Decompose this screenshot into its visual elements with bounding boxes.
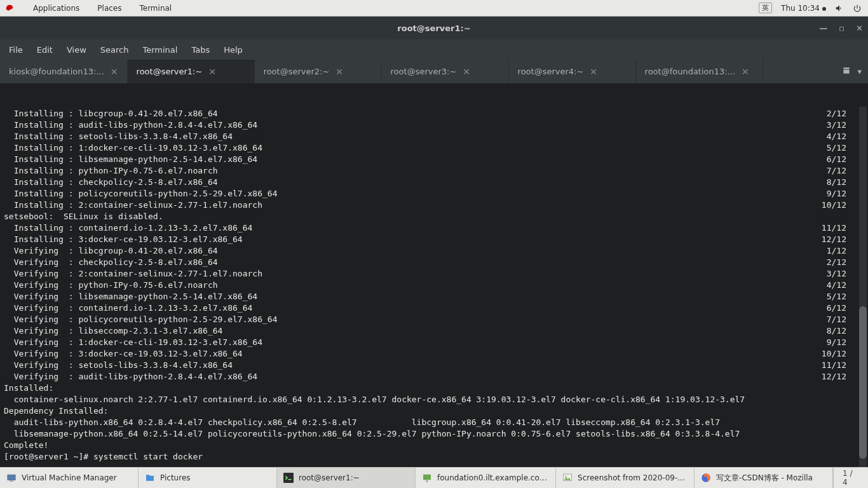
terminal-tab[interactable]: root@server1:~✕ [128, 60, 255, 83]
tab-label: root@server4:~ [518, 67, 584, 76]
taskbar-item[interactable]: 写文章-CSDN博客 - Mozilla [695, 468, 833, 488]
clock[interactable]: Thu 10:34 [781, 4, 826, 13]
new-tab-icon[interactable] [842, 66, 851, 77]
terminal-line: Verifying : libseccomp-2.3.1-3.el7.x86_6… [4, 325, 864, 337]
taskbar-item[interactable]: Screenshot from 2020-09-... [556, 468, 695, 488]
taskbar-label: foundation0.ilt.example.com... [437, 473, 549, 482]
tab-close-icon[interactable]: ✕ [742, 67, 749, 77]
terminal-line: Installing : libcgroup-0.41-20.el7.x86_6… [4, 108, 864, 119]
tab-label: root@server1:~ [137, 67, 203, 76]
redhat-logo-icon [5, 4, 14, 13]
window-close-button[interactable]: ✕ [856, 24, 863, 33]
menu-edit[interactable]: Edit [37, 45, 53, 55]
terminal-line: Verifying : 2:container-selinux-2.77-1.e… [4, 268, 864, 280]
terminal-icon [283, 473, 294, 483]
terminal-line: Complete! [4, 440, 864, 451]
taskbar-item[interactable]: root@server1:~ [277, 468, 416, 488]
workspace-indicator[interactable]: 1 / 4 [833, 468, 868, 488]
menu-tabs[interactable]: Tabs [191, 45, 210, 55]
svg-rect-0 [7, 475, 15, 480]
terminal-tab[interactable]: root@server3:~✕ [382, 60, 509, 83]
tab-close-icon[interactable]: ✕ [111, 67, 118, 77]
taskbar-label: root@server1:~ [299, 473, 360, 482]
terminal-line: Verifying : 3:docker-ce-19.03.12-3.el7.x… [4, 348, 864, 360]
terminal-line: Verifying : containerd.io-1.2.13-3.2.el7… [4, 302, 864, 314]
remote-icon [422, 473, 432, 483]
terminal-line: Verifying : libcgroup-0.41-20.el7.x86_64… [4, 245, 864, 257]
taskbar-label: 写文章-CSDN博客 - Mozilla [716, 473, 813, 484]
terminal-tabbar: kiosk@foundation13:...✕root@server1:~✕ro… [0, 60, 868, 84]
scrollbar-thumb[interactable] [859, 306, 867, 459]
terminal-line: Verifying : libsemanage-python-2.5-14.el… [4, 291, 864, 302]
terminal-line: Installing : 1:docker-ce-cli-19.03.12-3.… [4, 142, 864, 154]
terminal-line: audit-libs-python.x86_64 0:2.8.4-4.el7 c… [4, 417, 864, 428]
power-icon[interactable] [853, 4, 862, 13]
terminal-line: Installing : audit-libs-python-2.8.4-4.e… [4, 119, 864, 131]
terminal-tab[interactable]: root@server2:~✕ [255, 60, 382, 83]
places-menu[interactable]: Places [95, 4, 124, 13]
taskbar-label: Pictures [160, 473, 191, 482]
terminal-line: Installing : 3:docker-ce-19.03.12-3.el7.… [4, 234, 864, 245]
terminal-line: Installing : libsemanage-python-2.5-14.e… [4, 154, 864, 165]
terminal-output[interactable]: Installing : libcgroup-0.41-20.el7.x86_6… [0, 84, 868, 468]
svg-point-6 [565, 476, 567, 478]
terminal-line: Installed: [4, 383, 864, 394]
terminal-menubar: File Edit View Search Terminal Tabs Help [0, 39, 868, 60]
menu-view[interactable]: View [67, 45, 86, 55]
menu-help[interactable]: Help [224, 45, 243, 55]
terminal-line: Installing : python-IPy-0.75-6.el7.noarc… [4, 165, 864, 177]
terminal-menu[interactable]: Terminal [137, 4, 174, 13]
tab-close-icon[interactable]: ✕ [463, 67, 470, 77]
window-titlebar: root@server1:~ — ▫ ✕ [0, 17, 868, 39]
terminal-line: setsebool: SELinux is disabled. [4, 211, 864, 222]
terminal-tab[interactable]: root@foundation13:...✕ [636, 60, 763, 83]
tab-close-icon[interactable]: ✕ [336, 67, 343, 77]
volume-icon[interactable] [835, 4, 844, 13]
terminal-scrollbar[interactable] [859, 84, 867, 468]
terminal-tab[interactable]: root@server4:~✕ [509, 60, 636, 83]
terminal-line: Verifying : policycoreutils-python-2.5-2… [4, 314, 864, 325]
taskbar-item[interactable]: Virtual Machine Manager [0, 468, 139, 488]
terminal-line: Verifying : setools-libs-3.3.8-4.el7.x86… [4, 360, 864, 371]
gnome-top-panel: Applications Places Terminal 英 Thu 10:34 [0, 0, 868, 17]
tab-label: root@server2:~ [264, 67, 330, 76]
terminal-line: [root@server1 ~]# systemctl start docker [4, 451, 864, 463]
terminal-line: Installing : checkpolicy-2.5-8.el7.x86_6… [4, 177, 864, 188]
bottom-taskbar: Virtual Machine ManagerPicturesroot@serv… [0, 467, 868, 488]
terminal-line: Installing : containerd.io-1.2.13-3.2.el… [4, 222, 864, 234]
terminal-line: Dependency Installed: [4, 405, 864, 417]
taskbar-item[interactable]: foundation0.ilt.example.com... [416, 468, 556, 488]
svg-point-4 [426, 480, 428, 482]
terminal-tab[interactable]: kiosk@foundation13:...✕ [0, 60, 128, 83]
svg-rect-3 [423, 475, 431, 480]
tab-label: root@server3:~ [391, 67, 457, 76]
applications-menu[interactable]: Applications [31, 4, 82, 13]
terminal-line: Installing : 2:container-selinux-2.77-1.… [4, 200, 864, 211]
menu-search[interactable]: Search [100, 45, 129, 55]
folder-icon [145, 473, 155, 483]
terminal-line: Verifying : 1:docker-ce-cli-19.03.12-3.e… [4, 337, 864, 348]
terminal-line: Installing : setools-libs-3.3.8-4.el7.x8… [4, 131, 864, 142]
window-maximize-button[interactable]: ▫ [839, 24, 844, 33]
taskbar-label: Screenshot from 2020-09-... [578, 473, 685, 482]
terminal-line: libsemanage-python.x86_64 0:2.5-14.el7 p… [4, 428, 864, 440]
vm-icon [6, 473, 17, 483]
ime-indicator[interactable]: 英 [759, 3, 772, 13]
terminal-line: Verifying : audit-libs-python-2.8.4-4.el… [4, 371, 864, 383]
tabbar-menu-icon[interactable]: ▾ [857, 67, 862, 76]
terminal-line: Verifying : python-IPy-0.75-6.el7.noarch… [4, 280, 864, 291]
svg-rect-1 [10, 481, 13, 482]
menu-terminal[interactable]: Terminal [142, 45, 177, 55]
window-minimize-button[interactable]: — [819, 24, 827, 33]
svg-rect-2 [283, 473, 294, 483]
taskbar-label: Virtual Machine Manager [22, 473, 117, 482]
tab-label: root@foundation13:... [645, 67, 736, 76]
taskbar-item[interactable]: Pictures [139, 468, 277, 488]
tab-close-icon[interactable]: ✕ [590, 67, 597, 77]
image-icon [562, 473, 573, 483]
terminal-line: Installing : policycoreutils-python-2.5-… [4, 188, 864, 200]
terminal-line: container-selinux.noarch 2:2.77-1.el7 co… [4, 394, 864, 405]
menu-file[interactable]: File [9, 45, 23, 55]
tab-close-icon[interactable]: ✕ [208, 67, 216, 77]
firefox-icon [701, 473, 711, 483]
